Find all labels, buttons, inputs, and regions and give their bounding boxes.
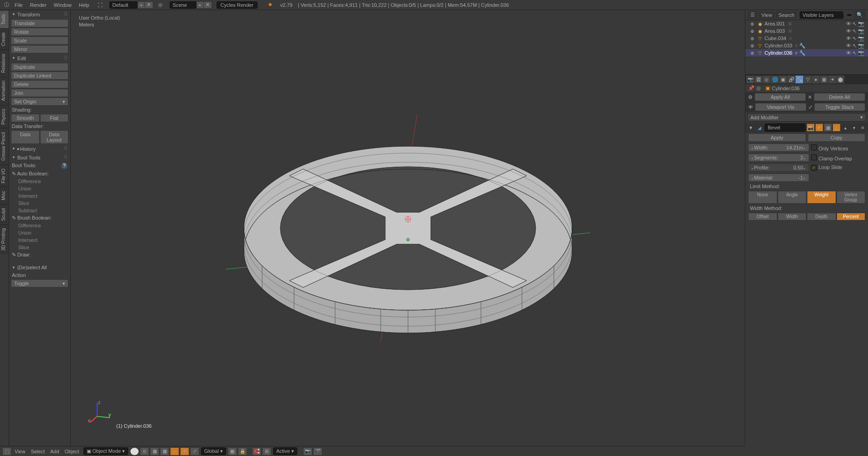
render-icon[interactable]: 📷 — [858, 50, 864, 56]
tab-tools[interactable]: Tools — [0, 10, 9, 28]
panel-bool-tools[interactable]: Bool Tools⠿ — [9, 153, 70, 162]
transform-orientation[interactable]: Global ▾ — [201, 447, 226, 455]
screen-layout-select[interactable]: Default — [109, 1, 138, 9]
width-offset[interactable]: Offset — [748, 213, 777, 220]
bevel-material-field[interactable]: Material:-1 — [748, 174, 809, 182]
tab-material-icon[interactable]: ● — [812, 76, 820, 83]
tab-scene-icon[interactable]: ◎ — [763, 76, 770, 83]
bool-union[interactable]: Union — [9, 185, 70, 192]
delete-button[interactable]: Delete — [11, 80, 68, 88]
expand-icon[interactable]: ⊕ — [749, 28, 755, 34]
mode-select[interactable]: ▣ Object Mode ▾ — [83, 447, 129, 455]
lock-camera-icon[interactable]: 🔒 — [238, 447, 247, 456]
manipulator-translate-icon[interactable]: ↔ — [170, 447, 179, 456]
menu-window[interactable]: Window — [50, 2, 75, 8]
data-layout-button[interactable]: Data Layout — [40, 130, 69, 144]
expand-icon[interactable]: ⊕ — [749, 20, 755, 27]
tab-texture-icon[interactable]: ▦ — [820, 76, 828, 83]
tab-modifiers-icon[interactable]: 🔧 — [796, 76, 803, 83]
tab-render-layers-icon[interactable]: 🖼 — [754, 76, 762, 83]
delete-scene-button[interactable]: ✕ — [203, 1, 212, 9]
outliner-item[interactable]: ⊕▽ Cylinder.033 ▿ 🔧 👁↖📷 — [745, 42, 868, 49]
panel-deselect-all[interactable]: (De)select All — [9, 263, 70, 272]
selectable-icon[interactable]: ↖ — [852, 28, 857, 34]
menu-help[interactable]: Help — [75, 2, 93, 8]
selectable-icon[interactable]: ↖ — [852, 50, 857, 56]
scene-select[interactable]: Scene — [170, 1, 196, 9]
wrench-icon[interactable]: 🔧 — [799, 43, 806, 49]
outliner-item[interactable]: ⊕◉ Area.003 ⛭ 👁↖📷 — [745, 27, 868, 35]
width-percent[interactable]: Percent — [837, 213, 866, 220]
duplicate-linked-button[interactable]: Duplicate Linked — [11, 72, 68, 80]
clamp-overlap-checkbox[interactable] — [811, 154, 817, 160]
mesh-data-icon[interactable]: ▿ — [789, 36, 792, 41]
outliner-display-mode[interactable]: Visible Layers — [800, 11, 843, 19]
lamp-data-icon[interactable]: ⛭ — [788, 21, 793, 26]
render-icon[interactable]: 📷 — [858, 28, 864, 34]
bevel-width-field[interactable]: Width:14.21m — [748, 143, 809, 152]
outliner-search-input[interactable] — [847, 14, 852, 16]
add-scene-button[interactable]: + — [196, 1, 203, 9]
brush-intersect[interactable]: Intersect — [9, 236, 70, 244]
3d-viewport[interactable]: User Ortho (Local) Meters — [71, 10, 745, 446]
width-width[interactable]: Width — [778, 213, 807, 220]
visibility-icon[interactable]: 👁 — [846, 28, 851, 34]
expand-icon[interactable]: ⊕ — [749, 50, 755, 56]
visibility-icon[interactable]: 👁 — [846, 21, 851, 27]
view-menu[interactable]: View — [12, 449, 28, 454]
panel-edit[interactable]: Edit⠿ — [9, 54, 70, 62]
brush-union[interactable]: Union — [9, 229, 70, 236]
eye-icon[interactable]: 👁 — [748, 104, 753, 110]
limit-angle[interactable]: Angle — [778, 191, 807, 204]
tab-physics[interactable]: Physics — [0, 105, 9, 128]
translate-button[interactable]: Translate — [11, 19, 68, 27]
tab-misc[interactable]: Misc — [0, 187, 9, 204]
tab-constraints-icon[interactable]: 🔗 — [787, 76, 795, 83]
bool-difference[interactable]: Difference — [9, 178, 70, 185]
move-down-icon[interactable]: ▾ — [850, 124, 858, 131]
tab-data-icon[interactable]: ▽ — [804, 76, 811, 83]
mirror-button[interactable]: Mirror — [11, 45, 68, 53]
viewport-canvas[interactable] — [71, 10, 745, 446]
render-engine-select[interactable]: Cycles Render — [217, 1, 258, 9]
set-origin-button[interactable]: Set Origin ▾ — [11, 97, 68, 106]
delete-layout-button[interactable]: ✕ — [145, 1, 153, 9]
visibility-icon[interactable]: 👁 — [846, 50, 851, 56]
rotate-button[interactable]: Rotate — [11, 28, 68, 36]
outliner[interactable]: ⊕◉ Area.001 ⛭ 👁↖📷 ⊕◉ Area.003 ⛭ 👁↖📷 ⊕▽ C… — [745, 20, 868, 75]
layer-box-icon[interactable]: ▦ — [160, 447, 169, 456]
outliner-item[interactable]: ⊕▽ Cube.034 ▿ 👁↖📷 — [745, 35, 868, 42]
snap-target[interactable]: Active ▾ — [273, 447, 297, 455]
wrench-icon[interactable]: 🔧 — [799, 50, 806, 56]
scale-button[interactable]: Scale — [11, 36, 68, 45]
editor-type-icon[interactable]: ⬚ — [2, 447, 11, 456]
outliner-view-menu[interactable]: View — [759, 11, 775, 19]
join-button[interactable]: Join — [11, 89, 68, 97]
expand-icon[interactable]: ⊕ — [749, 35, 755, 41]
tab-animation[interactable]: Animation — [0, 77, 9, 104]
tab-sculpt[interactable]: Sculpt — [0, 204, 9, 225]
limit-none[interactable]: None — [748, 191, 777, 204]
delete-all-button[interactable]: Delete All — [814, 93, 865, 101]
bevel-segments-field[interactable]: Segments:2 — [748, 154, 809, 162]
outliner-editor-icon[interactable]: ☰ — [748, 11, 758, 19]
only-vertices-checkbox[interactable] — [811, 144, 817, 150]
mod-display-icon[interactable]: 👁 — [816, 124, 823, 131]
visibility-icon[interactable]: 👁 — [846, 43, 851, 49]
panel-transform[interactable]: Transform⠿ — [9, 10, 70, 19]
toggle-button[interactable]: Toggle▾ — [11, 279, 68, 287]
modifier-name-field[interactable]: Bevel — [765, 123, 806, 132]
selectable-icon[interactable]: ↖ — [852, 36, 857, 41]
bevel-profile-field[interactable]: Profile:0.50 — [748, 164, 809, 172]
scene-icon[interactable]: ◎ — [756, 85, 761, 91]
modifier-copy-button[interactable]: Copy — [808, 133, 866, 142]
layers-icon[interactable]: ▦ — [228, 447, 237, 456]
move-up-icon[interactable]: ▴ — [842, 124, 849, 131]
pivot-point-icon[interactable]: ⊙ — [140, 447, 149, 456]
object-menu[interactable]: Object — [62, 449, 82, 454]
snap-icon[interactable]: 🧲 — [252, 447, 261, 456]
menu-file[interactable]: File — [11, 2, 26, 8]
apply-all-button[interactable]: Apply All — [754, 93, 806, 101]
outliner-filter-icon[interactable]: 🔍 — [854, 11, 866, 19]
viewport-vis-button[interactable]: Viewport Vis — [755, 103, 806, 111]
